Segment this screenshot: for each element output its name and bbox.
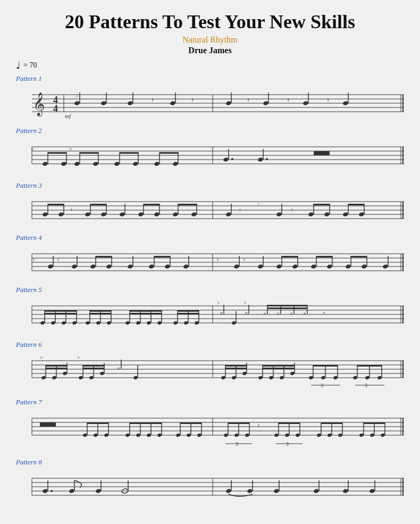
page-title: 20 Patterns To Test Your New Skills	[16, 11, 404, 33]
svg-point-289	[321, 376, 325, 380]
pattern-4-staff: 𝄾 𝄾 𝄾 𝄾	[16, 243, 404, 280]
svg-rect-171	[351, 256, 367, 257]
svg-rect-210	[130, 313, 162, 314]
pattern-3-label: Pattern 3	[16, 181, 404, 190]
svg-point-71	[266, 158, 268, 160]
svg-point-102	[191, 212, 197, 217]
svg-point-315	[82, 433, 87, 437]
svg-text:>: >	[217, 300, 220, 306]
svg-rect-286	[263, 368, 295, 369]
svg-rect-99	[144, 204, 159, 205]
svg-point-183	[40, 321, 45, 325]
svg-point-348	[274, 433, 279, 437]
svg-point-164	[326, 264, 332, 269]
svg-point-300	[377, 376, 382, 380]
pattern-7-label: Pattern 7	[16, 398, 404, 406]
svg-text:4: 4	[53, 103, 58, 114]
svg-point-21	[170, 101, 175, 105]
svg-point-273	[242, 371, 247, 376]
svg-point-61	[154, 161, 159, 166]
svg-point-368	[380, 433, 385, 437]
svg-text:>: >	[31, 146, 34, 152]
svg-text:>: >	[77, 355, 80, 361]
svg-text:>: >	[69, 146, 72, 152]
svg-rect-92	[90, 204, 106, 205]
svg-rect-116	[314, 204, 330, 205]
svg-point-109	[276, 212, 282, 217]
svg-point-385	[95, 488, 101, 493]
tempo-marking: ♩ = 70	[16, 60, 404, 71]
svg-point-253	[62, 371, 67, 376]
svg-text:mf: mf	[65, 113, 72, 119]
svg-rect-363	[321, 422, 342, 424]
svg-point-317	[93, 433, 98, 437]
svg-point-189	[72, 321, 77, 325]
svg-rect-337	[180, 422, 201, 424]
svg-rect-148	[154, 256, 170, 257]
svg-point-159	[292, 264, 298, 269]
svg-point-18	[127, 101, 133, 105]
svg-text:×: ×	[263, 310, 266, 317]
svg-point-340	[234, 433, 239, 437]
svg-point-393	[273, 488, 279, 493]
svg-rect-256	[46, 368, 67, 369]
svg-text:×: ×	[117, 365, 120, 371]
svg-point-324	[136, 433, 140, 437]
svg-point-319	[104, 433, 108, 437]
svg-point-119	[358, 212, 364, 217]
svg-text:×: ×	[276, 310, 280, 317]
svg-point-24	[225, 101, 231, 105]
svg-rect-235	[267, 305, 307, 306]
svg-point-269	[221, 376, 225, 380]
pattern-8-staff	[16, 468, 404, 508]
svg-rect-285	[263, 365, 295, 367]
pattern-8-label: Pattern 8	[16, 458, 404, 467]
svg-point-95	[138, 212, 144, 217]
svg-point-361	[338, 433, 342, 437]
svg-point-271	[231, 376, 236, 380]
svg-point-56	[114, 161, 120, 166]
pattern-3-staff: 𝄾 𝄾 𝄾	[16, 191, 404, 228]
tempo-value: = 70	[23, 61, 37, 70]
svg-point-391	[247, 488, 253, 493]
svg-point-84	[58, 212, 64, 217]
svg-point-88	[85, 212, 90, 217]
svg-point-211	[173, 321, 178, 325]
svg-point-197	[106, 321, 111, 325]
svg-rect-255	[46, 365, 67, 367]
svg-point-45	[42, 161, 48, 166]
svg-point-203	[136, 321, 140, 325]
subtitle: Natural Rhythm	[16, 35, 404, 45]
svg-point-149	[183, 264, 189, 269]
svg-rect-141	[96, 256, 112, 257]
svg-text:>: >	[40, 355, 43, 361]
svg-point-283	[290, 371, 295, 376]
svg-point-155	[257, 264, 263, 269]
svg-rect-263	[83, 365, 104, 367]
svg-point-157	[276, 264, 282, 269]
svg-point-335	[197, 433, 201, 437]
svg-rect-55	[80, 152, 98, 154]
svg-point-68	[231, 158, 233, 160]
svg-point-82	[42, 212, 48, 217]
svg-text:>: >	[243, 300, 247, 306]
svg-point-30	[303, 101, 308, 105]
svg-point-291	[333, 376, 338, 380]
svg-rect-354	[279, 422, 300, 424]
svg-point-215	[194, 321, 199, 325]
svg-rect-314	[40, 422, 56, 427]
svg-point-279	[268, 376, 273, 380]
svg-point-187	[61, 321, 66, 325]
svg-text:×: ×	[220, 310, 223, 317]
svg-point-135	[71, 264, 77, 269]
svg-point-223	[231, 321, 236, 325]
svg-rect-200	[90, 313, 111, 314]
svg-rect-104	[178, 204, 197, 205]
svg-rect-49	[48, 152, 66, 154]
svg-point-207	[157, 321, 162, 325]
svg-point-249	[41, 376, 46, 380]
svg-rect-217	[178, 310, 199, 312]
svg-point-382	[51, 490, 53, 492]
svg-point-137	[90, 264, 96, 269]
svg-rect-302	[357, 365, 382, 367]
